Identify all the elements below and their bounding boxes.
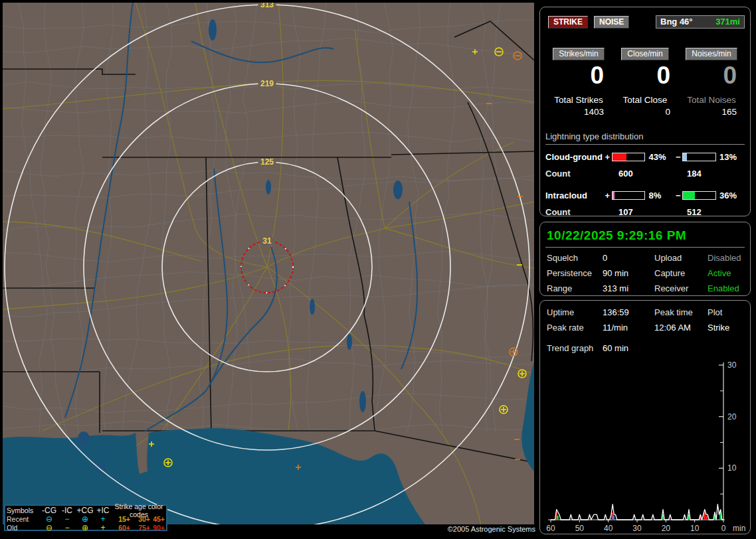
ic-positive-count: 107 <box>618 207 687 217</box>
receiver-status: Enabled <box>708 283 745 293</box>
strike-button[interactable]: STRIKE <box>548 16 588 29</box>
datetime-display: 10/22/2025 9:29:16 PM <box>545 228 745 248</box>
uptime-label: Uptime <box>547 307 603 317</box>
range-value: 371mi <box>715 17 740 27</box>
squelch-label: Squelch <box>547 253 603 263</box>
status-row-persistence: Persistence 90 min Capture Active <box>545 268 745 278</box>
neg-cg-old-icon: ⊖ <box>40 524 58 531</box>
legend-col-pos-cg: +CG <box>76 507 94 514</box>
strike-stats-group: STRIKE NOISE Bng 46° 371mi Strikes/min 0… <box>539 7 751 216</box>
svg-text:313: 313 <box>260 3 274 9</box>
strikes-counter: Strikes/min 0 Total Strikes 1403 <box>545 47 612 117</box>
ic-negative-pct: 36% <box>719 191 745 200</box>
map-legend: Symbols -CG -IC +CG +IC Strike age color… <box>4 504 167 531</box>
svg-text:219: 219 <box>260 79 274 88</box>
intracloud-counts: Count 107 512 <box>545 207 745 217</box>
total-strikes-value: 1403 <box>545 107 612 117</box>
legend-row-recent-label: Recent <box>7 515 40 523</box>
cg-positive-count: 600 <box>618 169 687 179</box>
strikes-per-min-value: 0 <box>545 63 612 89</box>
svg-text:125: 125 <box>260 157 274 167</box>
svg-text:20: 20 <box>662 524 671 531</box>
cg-positive-pct: 43% <box>648 152 674 162</box>
age-60: 60+ <box>112 524 132 532</box>
stats-row-peak: Peak rate 11/min 12:06 AM Strike <box>545 323 745 333</box>
svg-text:10: 10 <box>690 524 700 531</box>
legend-col-pos-ic: +IC <box>94 507 112 514</box>
plus-sign: + <box>603 191 612 200</box>
pos-cg-recent-icon: ⊕ <box>76 516 94 522</box>
total-noises-label: Total Noises <box>678 95 745 105</box>
trend-chart: 1020306050403020100min <box>545 361 746 531</box>
total-close-label: Total Close <box>612 95 678 105</box>
ic-positive-pct: 8% <box>648 191 674 200</box>
ic-positive-bar <box>612 191 646 200</box>
range-label: Range <box>547 283 603 293</box>
rate-counters: Strikes/min 0 Total Strikes 1403 Close/m… <box>545 47 745 117</box>
svg-text:60: 60 <box>546 524 555 531</box>
persistence-value: 90 min <box>603 268 654 278</box>
svg-text:0: 0 <box>721 524 726 531</box>
total-noises-value: 165 <box>678 107 745 117</box>
stats-row-uptime: Uptime 136:59 Peak time Plot <box>545 307 745 317</box>
peak-rate-value: 11/min <box>603 323 654 333</box>
age-45: 45+ <box>151 515 166 523</box>
pos-ic-recent-icon: + <box>94 516 112 522</box>
close-per-min-chip[interactable]: Close/min <box>621 48 668 60</box>
upload-status: Disabled <box>708 253 745 263</box>
svg-text:50: 50 <box>575 524 585 531</box>
neg-ic-old-icon: − <box>58 524 76 531</box>
noise-button[interactable]: NOISE <box>594 16 629 29</box>
age-75: 75+ <box>132 524 151 532</box>
bearing-label: Bng 46° <box>660 17 693 27</box>
ic-negative-count: 512 <box>687 207 702 217</box>
minus-sign: − <box>674 152 682 162</box>
intracloud-label: Intracloud <box>545 191 603 200</box>
svg-text:30: 30 <box>727 361 737 370</box>
bearing-range-display: Bng 46° 371mi <box>656 15 745 29</box>
svg-text:31: 31 <box>262 236 272 246</box>
squelch-value: 0 <box>603 253 654 263</box>
neg-ic-recent-icon: − <box>58 516 76 522</box>
svg-text:10: 10 <box>727 463 737 473</box>
legend-col-neg-ic: -IC <box>58 507 76 514</box>
pos-cg-old-icon: ⊕ <box>76 524 94 531</box>
status-row-squelch: Squelch 0 Upload Disabled <box>545 253 745 263</box>
trend-graph-row: Trend graph 60 min <box>545 343 745 353</box>
upload-label: Upload <box>654 253 708 263</box>
intracloud-row: Intracloud + 8% − 36% <box>545 191 745 200</box>
noises-per-min-chip[interactable]: Noises/min <box>686 48 737 60</box>
cloud-ground-label: Cloud-ground <box>545 152 603 162</box>
distribution-title: Lightning type distribution <box>545 131 745 145</box>
count-label: Count <box>545 169 618 179</box>
persistence-label: Persistence <box>547 268 603 278</box>
close-per-min-value: 0 <box>612 63 678 89</box>
capture-status: Active <box>708 268 745 278</box>
ic-negative-bar <box>682 191 716 200</box>
legend-symbols-header: Symbols <box>7 506 40 514</box>
plot-label: Plot <box>708 307 745 317</box>
total-strikes-label: Total Strikes <box>545 95 612 105</box>
map-canvas: 31321912531 <box>3 3 534 524</box>
pos-ic-old-icon: + <box>94 524 112 531</box>
peak-time-value: 12:06 AM <box>654 323 708 333</box>
range-setting-value: 313 mi <box>603 283 654 293</box>
status-row-range: Range 313 mi Receiver Enabled <box>545 283 745 293</box>
svg-text:40: 40 <box>604 524 613 531</box>
lightning-map[interactable]: 31321912531 Symbols -CG -IC +CG +IC Stri… <box>3 3 534 536</box>
cloud-ground-row: Cloud-ground + 43% − 13% <box>545 152 745 162</box>
system-status-group: 10/22/2025 9:29:16 PM Squelch 0 Upload D… <box>539 222 751 296</box>
noises-per-min-value: 0 <box>678 63 745 89</box>
status-panel: STRIKE NOISE Bng 46° 371mi Strikes/min 0… <box>539 0 752 539</box>
trend-group: Uptime 136:59 Peak time Plot Peak rate 1… <box>539 300 751 534</box>
minus-sign: − <box>674 191 682 200</box>
count-label: Count <box>545 207 618 217</box>
svg-text:min: min <box>733 524 745 531</box>
svg-text:30: 30 <box>632 524 642 531</box>
uptime-value: 136:59 <box>603 307 654 317</box>
strikes-per-min-chip[interactable]: Strikes/min <box>553 48 604 60</box>
plot-mode-value: Strike <box>708 323 745 333</box>
cg-negative-bar <box>682 153 716 161</box>
receiver-label: Receiver <box>654 283 708 293</box>
trend-graph-value: 60 min <box>603 343 628 353</box>
